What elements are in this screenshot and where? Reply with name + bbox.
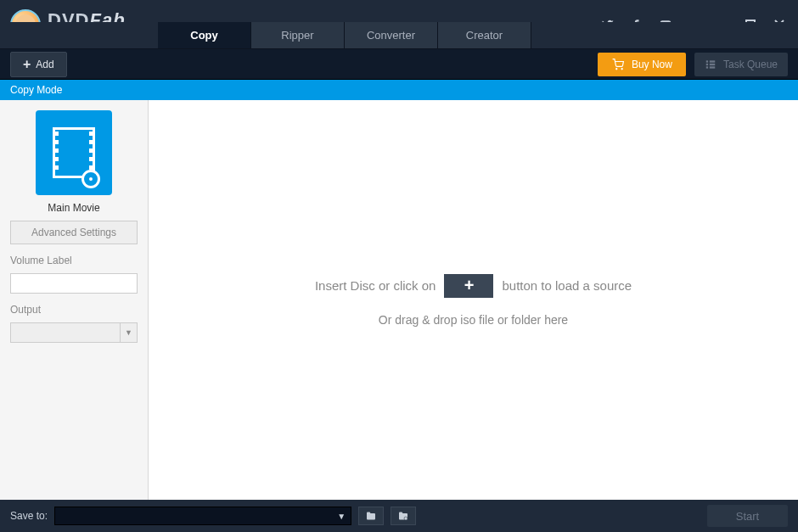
hint-line-1: Insert Disc or click on + button to load… xyxy=(315,274,632,298)
svg-rect-6 xyxy=(706,63,708,64)
tab-ripper[interactable]: Ripper xyxy=(251,22,345,48)
main-drop-area[interactable]: Insert Disc or click on + button to load… xyxy=(149,100,798,500)
footer: Save to: ▼ Start xyxy=(0,500,798,532)
tabbar: Copy Ripper Converter Creator xyxy=(0,22,798,49)
queue-label: Task Queue xyxy=(723,59,778,70)
open-location-button[interactable] xyxy=(391,507,416,525)
hint-line-2: Or drag & drop iso file or folder here xyxy=(379,313,568,327)
folder-icon xyxy=(365,511,377,521)
plus-icon: + xyxy=(23,58,31,71)
add-label: Add xyxy=(36,59,53,70)
chevron-down-icon[interactable]: ▼ xyxy=(121,322,138,343)
svg-rect-7 xyxy=(706,66,708,68)
svg-rect-10 xyxy=(710,66,715,68)
tab-creator[interactable]: Creator xyxy=(438,22,531,48)
svg-point-3 xyxy=(616,68,617,69)
mode-bar: Copy Mode xyxy=(0,80,798,100)
svg-point-11 xyxy=(404,517,407,520)
start-button[interactable]: Start xyxy=(707,505,788,527)
sidebar: Main Movie Advanced Settings Volume Labe… xyxy=(0,100,149,500)
tab-converter[interactable]: Converter xyxy=(345,22,438,48)
mode-bar-label: Copy Mode xyxy=(10,84,62,96)
chevron-down-icon: ▼ xyxy=(337,512,346,521)
disc-icon xyxy=(81,170,100,188)
svg-point-4 xyxy=(621,68,622,69)
mode-name-label: Main Movie xyxy=(48,202,99,214)
svg-rect-8 xyxy=(710,60,715,62)
cart-icon xyxy=(611,59,625,70)
volume-label-input[interactable] xyxy=(10,273,138,294)
toolbar: + Add Buy Now Task Queue xyxy=(0,49,798,80)
buy-now-button[interactable]: Buy Now xyxy=(598,53,686,76)
list-icon xyxy=(705,59,717,70)
output-label: Output xyxy=(10,304,41,316)
advanced-settings-button[interactable]: Advanced Settings xyxy=(10,221,138,244)
browse-folder-button[interactable] xyxy=(358,507,384,525)
svg-rect-9 xyxy=(710,63,715,64)
hint-suffix: button to load a source xyxy=(502,278,632,293)
load-source-button[interactable]: + xyxy=(444,274,493,298)
svg-rect-5 xyxy=(706,60,708,62)
buy-label: Buy Now xyxy=(632,59,672,70)
tab-copy[interactable]: Copy xyxy=(158,22,251,48)
hint-prefix: Insert Disc or click on xyxy=(315,278,436,293)
save-to-label: Save to: xyxy=(10,510,48,522)
task-queue-button[interactable]: Task Queue xyxy=(694,53,788,76)
output-select[interactable]: ▼ xyxy=(10,322,138,343)
folder-open-icon xyxy=(397,511,409,521)
save-to-select[interactable]: ▼ xyxy=(54,507,351,525)
add-button[interactable]: + Add xyxy=(10,52,67,77)
output-value xyxy=(10,322,121,343)
copy-mode-icon[interactable] xyxy=(36,110,112,195)
volume-label: Volume Label xyxy=(10,255,72,266)
